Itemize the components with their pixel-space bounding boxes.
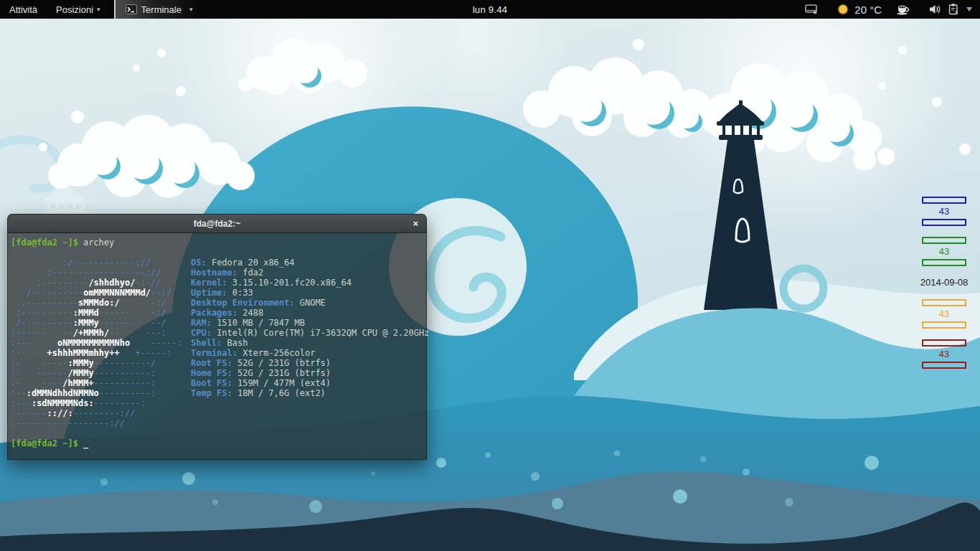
archey-info-line: OS: Fedora 20 x86_64 xyxy=(191,258,429,268)
meter-bar xyxy=(922,339,966,347)
clipboard-icon[interactable] xyxy=(948,3,960,16)
meter-value: 43 xyxy=(922,247,966,256)
terminal-body[interactable]: [fda@fda2 ~]$archey :/------------:// :-… xyxy=(7,233,427,460)
archey-art-line: :- ------/MMMy-----------: xyxy=(11,368,182,378)
activities-button[interactable]: Attività xyxy=(0,0,47,19)
terminal-content: [fda@fda2 ~]$archey :/------------:// :-… xyxy=(11,237,425,459)
app-menu-terminal[interactable]: Terminale ▾ xyxy=(114,0,203,19)
touchpad-disabled-icon[interactable] xyxy=(804,3,819,16)
archey-info-line: Desktop Environment: GNOME xyxy=(191,298,429,308)
volume-icon[interactable] xyxy=(928,4,942,15)
meter-group-red-meter: 43 xyxy=(922,339,966,369)
archey-art-line: :---:sdNMMMMNds:---------: xyxy=(11,398,182,408)
archey-info-line: Temp FS: 18M / 7,6G (ext2) xyxy=(191,388,429,398)
archey-info-line: CPU: Intel(R) Core(TM) i7-3632QM CPU @ 2… xyxy=(191,328,429,338)
app-name-label: Terminale xyxy=(141,4,182,15)
meter-bar xyxy=(922,259,966,266)
terminal-titlebar[interactable]: fda@fda2:~ × xyxy=(7,214,427,233)
meter-bar xyxy=(922,321,966,329)
archey-art-line: /----------omMMMNNNMMMd/--:/ xyxy=(11,288,182,298)
chevron-down-icon[interactable] xyxy=(966,6,973,12)
meter-bar xyxy=(922,299,966,306)
meter-group-green-meter: 43 xyxy=(922,237,966,266)
chevron-down-icon: ▾ xyxy=(97,6,100,13)
archey-info-line: Boot FS: 159M / 477M (ext4) xyxy=(191,378,429,388)
archey-info-line: Hostname: fda2 xyxy=(191,268,429,278)
meter-bar xyxy=(922,197,966,204)
meter-value: 43 xyxy=(922,349,966,359)
archey-info: OS: Fedora 20 x86_64Hostname: fda2Kernel… xyxy=(191,258,429,398)
meter-bar xyxy=(922,237,966,244)
places-menu[interactable]: Posizioni ▾ xyxy=(47,0,110,19)
archey-info-line: Packages: 2488 xyxy=(191,308,429,318)
archey-art-line: /----------:MMMy------- --/ xyxy=(11,318,182,328)
sun-icon xyxy=(837,4,849,15)
meter-group-blue-meter: 43 xyxy=(922,197,966,226)
archey-art-line: :----------:MMMd------ -:/ xyxy=(11,308,182,318)
desktop-widgets: 43432014-09-084343 xyxy=(922,197,966,380)
meter-bar xyxy=(922,219,966,226)
top-bar: Attività Posizioni ▾ Terminale ▾ lun 9.4… xyxy=(0,0,980,19)
window-title: fda@fda2:~ xyxy=(194,219,240,229)
close-button[interactable]: × xyxy=(413,215,418,232)
prompt-line: [fda@fda2 ~]$_ xyxy=(11,438,88,448)
clock[interactable]: lun 9.44 xyxy=(473,0,508,19)
widget-date: 2014-09-08 xyxy=(915,277,973,288)
archey-art-line: :---------/shhdhyo/-:-// xyxy=(11,278,182,288)
shell-prompt: [fda@fda2 ~]$ xyxy=(11,237,78,248)
archey-info-line: Kernel: 3.15.10-201.fc20.x86_64 xyxy=(191,278,429,288)
archey-art-line: :------ --/+MMMh/-- ---: xyxy=(11,328,182,338)
weather-indicator[interactable]: 20 °C xyxy=(837,4,882,16)
desktop: Attività Posizioni ▾ Terminale ▾ lun 9.4… xyxy=(0,0,980,551)
meter-group-orange-meter: 43 xyxy=(922,299,966,329)
archey-art: :/------------:// :------------------://… xyxy=(11,258,182,428)
terminal-app-icon xyxy=(126,4,137,14)
archey-art-line: :-- +shhhMMMmhhy++ +-----: xyxy=(11,348,182,358)
prompt-line: [fda@fda2 ~]$archey xyxy=(11,237,114,248)
archey-art-line: :------------------:// xyxy=(11,418,182,428)
places-label: Posizioni xyxy=(56,4,93,15)
archey-art-line: :------:://:---------:// xyxy=(11,408,182,418)
shell-prompt: [fda@fda2 ~]$ xyxy=(11,438,78,448)
archey-art-line: :--:dMMNdhhdNMMNo----------: xyxy=(11,388,182,398)
typed-command: archey xyxy=(83,237,114,248)
archey-info-line: Shell: Bash xyxy=(191,338,429,348)
meter-value: 43 xyxy=(922,207,966,216)
temperature-label: 20 °C xyxy=(854,4,882,16)
terminal-window: fda@fda2:~ × [fda@fda2 ~]$archey :/-----… xyxy=(7,214,427,460)
archey-info-line: Home FS: 52G / 231G (btrfs) xyxy=(191,368,429,378)
meter-bar xyxy=(922,362,966,369)
text-cursor: _ xyxy=(83,438,88,448)
archey-art-line: :----------sMMMdo:/ -:/ xyxy=(11,298,182,308)
archey-info-line: Terminal: Xterm-256color xyxy=(191,348,429,358)
archey-art-line: :--- oNMMMMMMMMMNho -----: xyxy=(11,338,182,348)
archey-art-line: :------------------:// xyxy=(11,268,182,278)
chevron-down-icon: ▾ xyxy=(189,6,193,13)
meter-value: 43 xyxy=(922,309,966,319)
archey-info-line: Root FS: 52G / 231G (btrfs) xyxy=(191,358,429,368)
archey-art-line: :- ----/hMMM+-----------: xyxy=(11,378,182,388)
archey-art-line: :/------------:// xyxy=(11,258,182,268)
archey-info-line: RAM: 1510 MB / 7847 MB xyxy=(191,318,429,328)
coffee-caffeine-icon[interactable] xyxy=(896,4,910,16)
archey-art-line: :- -----:MMMy-----------/ xyxy=(11,358,182,368)
archey-info-line: Uptime: 0:33 xyxy=(191,288,429,298)
